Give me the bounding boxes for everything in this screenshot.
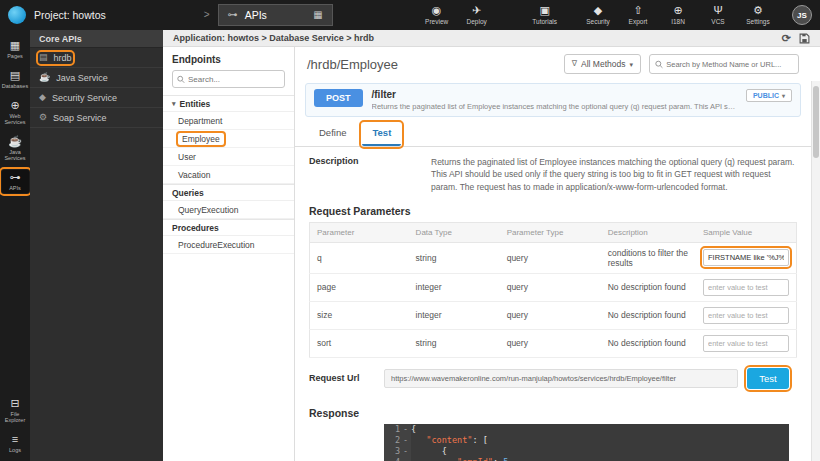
save-icon[interactable] [799, 33, 810, 44]
request-parameters-title: Request Parameters [295, 197, 811, 222]
cell-parameter: size [310, 301, 409, 329]
service-label: Security Service [52, 93, 117, 103]
rail-item-java-services[interactable]: Java Services [2, 134, 29, 163]
endpoint-item-vacation[interactable]: Vacation [163, 166, 294, 184]
service-item-java-service[interactable]: Java Service [30, 68, 163, 88]
cell-sample-value [696, 329, 797, 357]
deploy-icon [472, 5, 481, 16]
fold-toggle-icon[interactable]: - [400, 424, 411, 435]
param-row-sort: sort string query No description found [310, 329, 797, 357]
rail-item-databases[interactable]: Databases [2, 68, 29, 91]
cell-description: conditions to filter the results [601, 242, 696, 273]
security-button[interactable]: Security [582, 5, 614, 25]
workspace-body: Endpoints Entities Department Employ [163, 47, 820, 461]
rail-item-logs[interactable]: Logs [2, 432, 29, 455]
operation-summary: Returns the paginated list of Employee i… [372, 102, 737, 111]
endpoints-group-procedures[interactable]: Procedures [163, 219, 294, 236]
service-item-security-service[interactable]: Security Service [30, 88, 163, 108]
rail-item-apis[interactable]: APIs [2, 170, 29, 193]
column-description: Description [601, 222, 696, 242]
chevron-right-icon [204, 10, 210, 20]
i18n-button[interactable]: I18N [662, 5, 694, 25]
code-plain: : [ [472, 435, 487, 446]
description-label: Description [309, 156, 421, 193]
tab-test[interactable]: Test [362, 123, 401, 146]
globe-icon [673, 5, 682, 16]
fold-toggle-icon[interactable]: - [400, 435, 411, 446]
export-button[interactable]: Export [622, 5, 654, 25]
line-number: 4 [384, 457, 400, 461]
endpoints-group-queries[interactable]: Queries [163, 184, 294, 201]
tutorials-icon [539, 5, 549, 16]
scrollbar-thumb[interactable] [813, 86, 819, 158]
rail-label: File Explorer [2, 411, 29, 423]
cell-parameter: q [310, 242, 409, 273]
endpoints-title: Endpoints [163, 47, 294, 70]
line-number: 1 [384, 424, 400, 435]
test-button[interactable]: Test [747, 368, 789, 389]
post-method-badge[interactable]: POST [314, 89, 363, 107]
endpoint-item-department[interactable]: Department [163, 112, 294, 130]
endpoints-group-entities[interactable]: Entities [163, 95, 294, 112]
sample-value-input-page[interactable] [703, 279, 789, 296]
wavemaker-logo[interactable] [8, 6, 26, 24]
rail-label: Databases [2, 83, 28, 89]
service-item-hrdb[interactable]: hrdb [30, 48, 163, 68]
breadcrumb-actions [782, 33, 810, 44]
export-icon [633, 5, 642, 16]
content: /hrdb/Employee All Methods [295, 47, 820, 461]
method-search-input[interactable] [666, 60, 793, 69]
services-panel: Core APIs hrdb Java Service Security Ser… [30, 30, 163, 461]
breadcrumb-bar: Application: howtos > Database Service >… [163, 30, 820, 47]
code-plain: , [508, 457, 513, 461]
endpoint-label: ProcedureExecution [178, 240, 255, 250]
user-avatar[interactable]: JS [792, 5, 812, 25]
cell-data-type: integer [409, 301, 500, 329]
cell-data-type: string [409, 242, 500, 273]
refresh-icon[interactable] [782, 33, 791, 44]
shield-icon [39, 93, 46, 102]
code-key: "content" [426, 435, 472, 446]
cell-parameter-type: query [500, 273, 601, 301]
vcs-button[interactable]: VCS [702, 5, 734, 25]
tutorials-button[interactable]: Tutorials [529, 5, 561, 25]
cell-data-type: integer [409, 273, 500, 301]
grid-icon[interactable] [313, 10, 322, 20]
method-search[interactable] [649, 54, 799, 74]
request-parameters-table: Parameter Data Type Parameter Type Descr… [309, 222, 797, 358]
request-url-input[interactable] [384, 369, 738, 388]
fold-toggle-icon [400, 457, 411, 461]
soap-icon [39, 113, 47, 122]
tabs: Define Test [295, 117, 811, 147]
sample-value-input-size[interactable] [703, 307, 789, 324]
operation-main: /filter Returns the paginated list of Em… [372, 89, 737, 111]
fold-toggle-icon[interactable]: - [400, 446, 411, 457]
endpoint-item-employee[interactable]: Employee [163, 130, 294, 148]
endpoint-label: Employee [178, 133, 224, 145]
endpoint-item-procedureexecution[interactable]: ProcedureExecution [163, 236, 294, 254]
database-icon [39, 53, 48, 62]
rail-item-file-explorer[interactable]: File Explorer [2, 396, 29, 425]
apis-workspace-tab[interactable]: APIs [218, 4, 333, 26]
preview-button[interactable]: Preview [421, 5, 453, 25]
content-scrollbar[interactable] [811, 81, 820, 461]
operation-card[interactable]: POST /filter Returns the paginated list … [305, 83, 801, 117]
cell-description: No description found [601, 273, 696, 301]
tab-define[interactable]: Define [309, 123, 356, 146]
settings-button[interactable]: Settings [742, 5, 774, 25]
rail-item-pages[interactable]: Pages [2, 38, 29, 61]
deploy-button[interactable]: Deploy [461, 5, 493, 25]
response-code-editor[interactable]: 1-{ 2- "content": [ 3- { 4 "empId": 5, [384, 424, 789, 461]
endpoints-search[interactable] [172, 70, 285, 88]
endpoints-search-input[interactable] [188, 75, 280, 84]
sample-value-input-sort[interactable] [703, 335, 789, 352]
sample-value-input-q[interactable] [703, 249, 789, 266]
endpoint-item-queryexecution[interactable]: QueryExecution [163, 201, 294, 219]
rail-item-web-services[interactable]: Web Services [2, 98, 29, 127]
methods-filter-dropdown[interactable]: All Methods [564, 54, 641, 74]
page-title: /hrdb/Employee [307, 57, 398, 72]
request-url-row: Request Url Test [295, 358, 811, 397]
endpoint-item-user[interactable]: User [163, 148, 294, 166]
service-item-soap-service[interactable]: Soap Service [30, 108, 163, 128]
visibility-dropdown[interactable]: PUBLIC [746, 89, 792, 102]
